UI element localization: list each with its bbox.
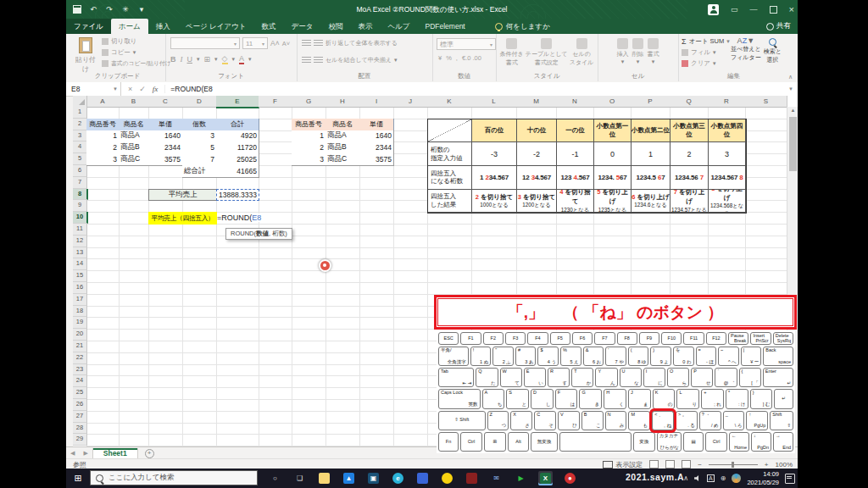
column-header-Q[interactable]: Q: [670, 96, 709, 107]
page-break-view-icon[interactable]: [682, 460, 691, 469]
delete-cells-button[interactable]: 削除▾: [632, 36, 644, 65]
column-header-E[interactable]: E: [216, 96, 259, 108]
table-header-cell[interactable]: 個数: [182, 119, 217, 131]
taskbar-app-yellow-app[interactable]: [440, 471, 454, 485]
font-name-combobox[interactable]: ▾: [170, 37, 240, 49]
row-header-6[interactable]: 6: [73, 165, 87, 177]
table-cell[interactable]: 3: [292, 153, 326, 166]
row-header-1[interactable]: 1: [73, 107, 87, 119]
expand-formula-bar-icon[interactable]: ▼: [788, 86, 793, 92]
total-label-cell[interactable]: 総合計: [182, 165, 217, 178]
table-cell[interactable]: 商品B: [119, 141, 149, 154]
table-cell[interactable]: 商品C: [119, 153, 149, 166]
taskbar-app-edge[interactable]: e: [391, 471, 405, 485]
percent-icon[interactable]: %: [446, 54, 452, 62]
fill-button[interactable]: フィル▾: [682, 48, 730, 57]
table-cell[interactable]: 2: [292, 141, 326, 154]
decimal-icons[interactable]: €.0 .00: [462, 54, 481, 62]
underline-button[interactable]: U: [187, 55, 193, 64]
table-cell[interactable]: 商品C: [326, 153, 360, 166]
row-header-7[interactable]: 7: [73, 177, 87, 189]
row-header-12[interactable]: 12: [73, 236, 87, 247]
volume-icon[interactable]: [694, 475, 701, 482]
confirm-entry-icon[interactable]: ✓: [139, 85, 146, 93]
ribbon-tab-help[interactable]: ヘルプ: [380, 19, 417, 34]
taskbar-app-excel[interactable]: X: [538, 471, 553, 485]
cell-average-rounded-label[interactable]: 平均売上（四捨五入）: [148, 212, 217, 225]
ribbon-tab-pdfelement[interactable]: PDFelement: [417, 19, 472, 34]
row-header-3[interactable]: 3: [73, 130, 87, 142]
column-header-I[interactable]: I: [359, 96, 394, 107]
column-header-S[interactable]: S: [745, 96, 787, 107]
column-header-H[interactable]: H: [326, 96, 360, 107]
total-value-cell[interactable]: 41665: [216, 165, 259, 178]
table-header-cell[interactable]: 商品番号: [292, 119, 326, 131]
sheet-nav-left-icon[interactable]: ◀: [66, 450, 79, 457]
column-header-M[interactable]: M: [516, 96, 557, 107]
column-header-L[interactable]: L: [471, 96, 517, 107]
sort-filter-button[interactable]: AZ▼並べ替えと フィルター: [731, 36, 761, 64]
sheet-nav-right-icon[interactable]: ▶: [79, 450, 92, 457]
table-cell[interactable]: 商品B: [326, 141, 360, 154]
row-header-15[interactable]: 15: [73, 270, 87, 282]
sheet-tab-sheet1[interactable]: Sheet1: [92, 448, 138, 459]
ribbon-tab-insert[interactable]: 挿入: [148, 19, 178, 34]
tray-app-icon[interactable]: [732, 474, 741, 483]
row-header-25[interactable]: 25: [73, 387, 87, 399]
ribbon-tab-home[interactable]: ホーム: [111, 19, 148, 34]
new-sheet-icon[interactable]: +: [145, 449, 154, 458]
column-header-K[interactable]: K: [427, 96, 472, 107]
row-header-26[interactable]: 26: [73, 399, 87, 411]
ribbon-display-options-icon[interactable]: ▭: [731, 5, 738, 14]
column-header-O[interactable]: O: [593, 96, 632, 107]
comma-style-icon[interactable]: ,: [456, 54, 458, 62]
autosum-button[interactable]: Σオート SUM▾: [682, 37, 730, 46]
table-cell[interactable]: 3575: [359, 153, 394, 166]
taskbar-app-photos[interactable]: ▲: [342, 471, 356, 485]
font-size-combobox[interactable]: 11▾: [242, 37, 268, 49]
column-header-C[interactable]: C: [148, 96, 183, 107]
row-header-11[interactable]: 11: [73, 224, 87, 236]
italic-button[interactable]: I: [181, 55, 183, 64]
column-header-G[interactable]: G: [292, 96, 326, 107]
row-header-27[interactable]: 27: [73, 411, 87, 423]
bold-button[interactable]: B: [170, 55, 176, 64]
table-cell[interactable]: 3: [182, 130, 217, 143]
column-header-F[interactable]: F: [259, 96, 292, 107]
ribbon-tab-file[interactable]: ファイル: [66, 19, 111, 34]
row-header-16[interactable]: 16: [73, 282, 87, 294]
ribbon-tab-data[interactable]: データ: [283, 19, 320, 34]
row-header-28[interactable]: 28: [73, 423, 87, 435]
cell-average-label[interactable]: 平均売上: [148, 189, 217, 202]
indent-icons[interactable]: [314, 57, 323, 64]
format-cells-button[interactable]: 書式▾: [648, 36, 659, 65]
number-format-combobox[interactable]: 標準▾: [437, 38, 496, 50]
table-cell[interactable]: 商品A: [326, 130, 360, 143]
table-cell[interactable]: 2: [86, 141, 120, 154]
table-cell[interactable]: 1: [86, 130, 120, 143]
column-header-J[interactable]: J: [393, 96, 428, 107]
format-painter-button[interactable]: 書式のコピー/貼り付け: [102, 59, 171, 68]
insert-cells-button[interactable]: 挿入▾: [617, 36, 629, 65]
tell-me-box[interactable]: 何をしますか: [495, 19, 550, 34]
row-header-21[interactable]: 21: [73, 341, 87, 352]
table-cell[interactable]: 4920: [216, 130, 259, 143]
zoom-slider[interactable]: [709, 464, 758, 465]
table-cell[interactable]: 3: [86, 153, 120, 166]
borders-icon[interactable]: ⊞: [204, 55, 211, 64]
zoom-in-icon[interactable]: +: [765, 461, 769, 469]
row-header-8[interactable]: 8: [73, 189, 88, 201]
taskbar-search-box[interactable]: ここに入力して検索: [90, 470, 258, 485]
orientation-icon[interactable]: [314, 40, 323, 47]
table-header-cell[interactable]: 合計: [216, 119, 259, 131]
row-header-5[interactable]: 5: [73, 153, 87, 165]
conditional-formatting-button[interactable]: 条件付き 書式: [500, 36, 524, 67]
row-header-2[interactable]: 2: [73, 119, 87, 130]
table-header-cell[interactable]: 商品名: [326, 119, 360, 131]
zoom-out-icon[interactable]: −: [698, 461, 702, 469]
network-icon[interactable]: ⊕: [721, 474, 726, 482]
page-layout-view-icon[interactable]: [665, 460, 675, 469]
table-header-cell[interactable]: 商品名: [119, 119, 149, 131]
name-box[interactable]: E8▼: [66, 82, 121, 96]
grow-font-icon[interactable]: A˄: [270, 39, 280, 47]
